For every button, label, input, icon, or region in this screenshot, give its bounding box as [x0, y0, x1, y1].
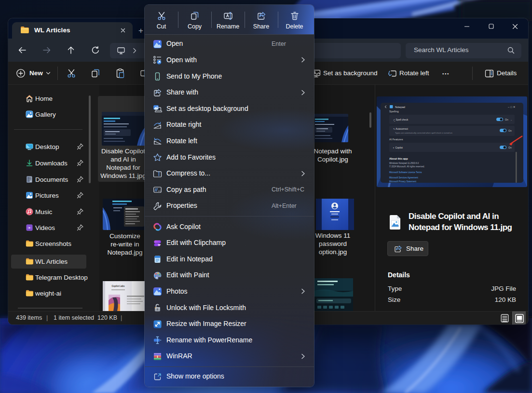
svg-text:Windows Notepad 11.2503.6.0: Windows Notepad 11.2503.6.0	[389, 162, 419, 164]
svg-text:On: On	[508, 129, 512, 132]
svg-text:AI Features: AI Features	[389, 138, 403, 141]
svg-text:✓̲ Spell check: ✓̲ Spell check	[393, 118, 409, 122]
svg-text:− □ ✕: − □ ✕	[508, 106, 516, 108]
svg-text:Notepad: Notepad	[395, 106, 405, 108]
svg-text:∿ Autocorrect: ∿ Autocorrect	[393, 127, 408, 130]
svg-text:Spelling: Spelling	[389, 110, 399, 113]
svg-text:About this app: About this app	[389, 157, 408, 160]
svg-text:◐ Copilot: ◐ Copilot	[393, 146, 403, 149]
svg-text:On: On	[508, 146, 512, 149]
svg-text:On: On	[505, 118, 508, 121]
svg-text:Typos are automatically correc: Typos are automatically corrected when s…	[395, 132, 452, 134]
svg-text:Microsoft Privacy Statement: Microsoft Privacy Statement	[389, 180, 417, 183]
svg-text:Copilot Labs: Copilot Labs	[111, 285, 125, 287]
svg-text:© 2024 Microsoft. All rights r: © 2024 Microsoft. All rights reserved.	[389, 165, 425, 168]
svg-text:⌄: ⌄	[510, 118, 512, 121]
svg-text:Microsoft Software Licence Ter: Microsoft Software Licence Terms	[389, 171, 422, 174]
svg-text:Microsoft Services Agreement: Microsoft Services Agreement	[389, 176, 419, 179]
